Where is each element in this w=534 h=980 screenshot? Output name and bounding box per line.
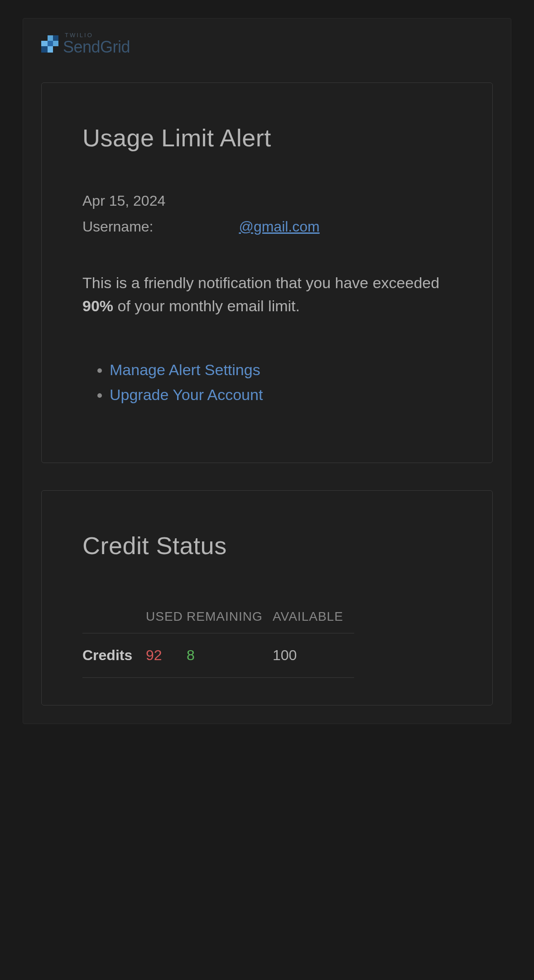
alert-title: Usage Limit Alert: [82, 124, 452, 152]
credits-used: 92: [146, 633, 187, 678]
sendgrid-logo: TWILIO SendGrid: [41, 32, 130, 55]
email-container: TWILIO SendGrid Usage Limit Alert Apr 15…: [23, 18, 511, 724]
logo-area: TWILIO SendGrid: [41, 28, 493, 55]
alert-date: Apr 15, 2024: [82, 193, 452, 209]
credits-label: Credits: [82, 633, 146, 678]
credits-remaining: 8: [187, 633, 273, 678]
header-available: AVAILABLE: [273, 609, 354, 633]
username-label: Username:: [82, 218, 154, 235]
msg-part2: of your monthly email limit.: [113, 297, 300, 314]
credit-status-title: Credit Status: [82, 531, 452, 560]
list-item: Upgrade Your Account: [110, 383, 452, 406]
usage-alert-card: Usage Limit Alert Apr 15, 2024 Username:…: [41, 82, 493, 463]
credits-available: 100: [273, 633, 354, 678]
username-row: Username: @gmail.com: [82, 218, 452, 235]
credit-table: USED REMAINING AVAILABLE Credits 92 8 10…: [82, 609, 354, 678]
logo-sendgrid-text: SendGrid: [63, 39, 130, 55]
header-remaining: REMAINING: [187, 609, 273, 633]
header-used: USED: [146, 609, 187, 633]
credit-status-card: Credit Status USED REMAINING AVAILABLE C…: [41, 490, 493, 705]
msg-part1: This is a friendly notification that you…: [82, 274, 439, 291]
table-header-row: USED REMAINING AVAILABLE: [82, 609, 354, 633]
sendgrid-logo-icon: [41, 35, 58, 53]
manage-alert-settings-link[interactable]: Manage Alert Settings: [110, 361, 260, 378]
upgrade-account-link[interactable]: Upgrade Your Account: [110, 386, 263, 403]
username-link[interactable]: @gmail.com: [239, 218, 319, 235]
action-links-list: Manage Alert Settings Upgrade Your Accou…: [82, 358, 452, 406]
list-item: Manage Alert Settings: [110, 358, 452, 381]
notification-message: This is a friendly notification that you…: [82, 271, 452, 318]
empty-header: [82, 609, 146, 633]
msg-percent: 90%: [82, 297, 113, 314]
table-row: Credits 92 8 100: [82, 633, 354, 678]
logo-text: TWILIO SendGrid: [63, 32, 130, 55]
